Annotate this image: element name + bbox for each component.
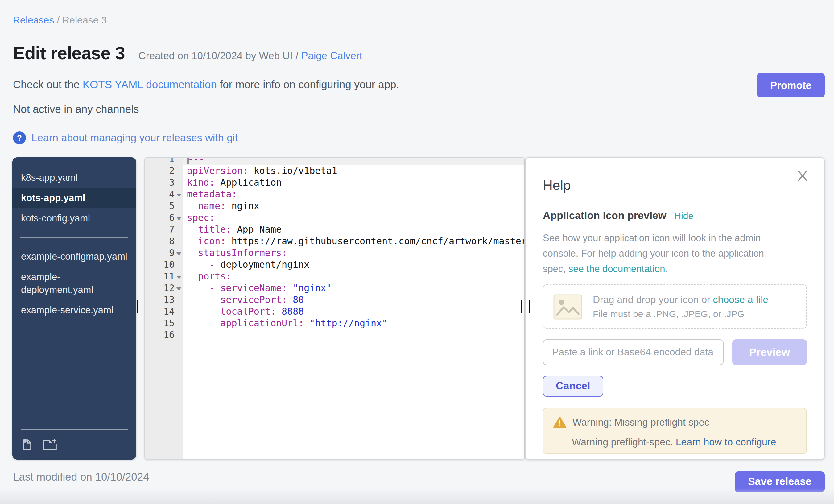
sidebar-file-kots-config.yaml[interactable]: kots-config.yaml bbox=[12, 208, 136, 228]
breadcrumb-current: Release 3 bbox=[62, 15, 107, 25]
new-folder-icon[interactable] bbox=[43, 437, 59, 451]
file-list: k8s-app.yamlkots-app.yamlkots-config.yam… bbox=[12, 157, 136, 320]
code-line-content: icon: https://raw.githubusercontent.com/… bbox=[182, 236, 524, 247]
save-release-button[interactable]: Save release bbox=[735, 471, 825, 492]
icon-url-input[interactable] bbox=[543, 339, 724, 365]
sidebar-file-example-deployment.yaml[interactable]: example-deployment.yaml bbox=[12, 266, 136, 300]
line-number: 2 bbox=[145, 165, 182, 177]
code-line-6[interactable]: 6spec: bbox=[145, 212, 524, 224]
line-number: 13 bbox=[145, 294, 182, 306]
indent-guide bbox=[210, 294, 210, 329]
created-info: Created on 10/10/2024 by Web UI / Paige … bbox=[138, 50, 363, 62]
code-line-content: --- bbox=[182, 157, 524, 165]
line-number: 16 bbox=[145, 329, 182, 341]
code-line-10[interactable]: 10 - deployment/nginx bbox=[145, 259, 524, 271]
icon-dropzone[interactable]: Drag and drop your icon or choose a file… bbox=[543, 284, 807, 329]
kots-yaml-doc-link[interactable]: KOTS YAML documentation bbox=[83, 78, 217, 91]
sidebar-file-example-service.yaml[interactable]: example-service.yaml bbox=[12, 300, 136, 320]
main-area: k8s-app.yamlkots-app.yamlkots-config.yam… bbox=[12, 157, 825, 460]
code-line-content: - deployment/nginx bbox=[182, 259, 524, 271]
code-line-15[interactable]: 15 applicationUrl: "http://nginx" bbox=[145, 318, 524, 329]
code-editor[interactable]: 1---2apiVersion: kots.io/v1beta13kind: A… bbox=[144, 157, 525, 460]
created-author-link[interactable]: Paige Calvert bbox=[301, 50, 363, 61]
line-number: 1 bbox=[145, 157, 182, 165]
fold-icon[interactable] bbox=[176, 287, 181, 293]
breadcrumb-releases-link[interactable]: Releases bbox=[13, 15, 54, 25]
see-documentation-link[interactable]: see the documentation bbox=[568, 263, 665, 274]
code-line-5[interactable]: 5 name: nginx bbox=[145, 200, 524, 212]
new-file-icon[interactable] bbox=[21, 437, 34, 451]
fold-icon[interactable] bbox=[176, 276, 181, 281]
image-placeholder-icon bbox=[553, 294, 582, 319]
git-help-row: ? Learn about managing your releases wit… bbox=[13, 131, 238, 144]
warning-configure-link[interactable]: Learn how to configure bbox=[676, 437, 776, 447]
icon-preview-description: See how your application icon will look … bbox=[543, 230, 785, 276]
code-line-content: spec: bbox=[182, 212, 524, 224]
fold-icon[interactable] bbox=[176, 194, 181, 199]
sidebar-file-k8s-app.yaml[interactable]: k8s-app.yaml bbox=[12, 167, 136, 188]
choose-file-link[interactable]: choose a file bbox=[713, 294, 769, 305]
code-line-content: localPort: 8888 bbox=[182, 306, 524, 318]
code-line-content: statusInformers: bbox=[182, 247, 524, 259]
sidebar-divider bbox=[20, 237, 128, 238]
hide-link[interactable]: Hide bbox=[675, 210, 694, 221]
close-icon[interactable] bbox=[794, 168, 811, 184]
warning-title: Warning: Missing preflight spec bbox=[572, 417, 709, 428]
line-number: 14 bbox=[145, 306, 182, 318]
line-number: 8 bbox=[145, 236, 182, 247]
line-number: 12 bbox=[145, 283, 182, 294]
intro-text: Check out the KOTS YAML documentation fo… bbox=[13, 78, 399, 91]
code-line-13[interactable]: 13 servicePort: 80 bbox=[145, 294, 524, 306]
code-line-content: - serviceName: "nginx" bbox=[182, 283, 524, 294]
sidebar-footer-divider bbox=[21, 429, 128, 430]
sidebar-footer bbox=[12, 429, 136, 460]
code-line-1[interactable]: 1--- bbox=[145, 157, 524, 165]
code-line-9[interactable]: 9 statusInformers: bbox=[145, 247, 524, 259]
code-line-16[interactable]: 16 bbox=[145, 329, 524, 341]
last-modified-text: Last modified on 10/10/2024 bbox=[13, 471, 149, 484]
code-line-2[interactable]: 2apiVersion: kots.io/v1beta1 bbox=[145, 165, 524, 177]
sidebar-resize-handle[interactable] bbox=[137, 301, 145, 313]
fold-icon[interactable] bbox=[176, 217, 181, 223]
code-line-content: metadata: bbox=[182, 189, 524, 200]
warning-icon bbox=[553, 416, 566, 428]
code-line-12[interactable]: 12 - serviceName: "nginx" bbox=[145, 283, 524, 294]
file-sidebar: k8s-app.yamlkots-app.yamlkots-config.yam… bbox=[12, 157, 136, 460]
code-line-content: name: nginx bbox=[182, 200, 524, 212]
intro-after: for more info on configuring your app. bbox=[217, 78, 399, 91]
code-line-content: servicePort: 80 bbox=[182, 294, 524, 306]
question-icon: ? bbox=[13, 131, 26, 144]
fold-icon[interactable] bbox=[176, 252, 181, 258]
git-help-link[interactable]: Learn about managing your releases with … bbox=[31, 132, 238, 144]
promote-button[interactable]: Promote bbox=[757, 73, 825, 97]
line-number: 10 bbox=[145, 259, 182, 271]
code-line-11[interactable]: 11 ports: bbox=[145, 271, 524, 283]
line-number: 15 bbox=[145, 318, 182, 329]
code-line-14[interactable]: 14 localPort: 8888 bbox=[145, 306, 524, 318]
line-number: 4 bbox=[145, 189, 182, 200]
line-number: 9 bbox=[145, 247, 182, 259]
help-panel-title: Help bbox=[543, 178, 807, 194]
channel-status: Not active in any channels bbox=[13, 103, 139, 116]
code-line-7[interactable]: 7 title: App Name bbox=[145, 224, 524, 236]
code-line-content: applicationUrl: "http://nginx" bbox=[182, 318, 524, 329]
cancel-button[interactable]: Cancel bbox=[543, 376, 603, 397]
code-line-4[interactable]: 4metadata: bbox=[145, 189, 524, 200]
line-number: 3 bbox=[145, 177, 182, 189]
preview-button[interactable]: Preview bbox=[732, 339, 807, 365]
sidebar-file-example-configmap.yaml[interactable]: example-configmap.yaml bbox=[12, 246, 136, 266]
breadcrumb: Releases / Release 3 bbox=[13, 15, 107, 26]
code-line-3[interactable]: 3kind: Application bbox=[145, 177, 524, 189]
preflight-warning-box: Warning: Missing preflight spec Warning … bbox=[543, 408, 807, 454]
code-line-content: apiVersion: kots.io/v1beta1 bbox=[182, 165, 524, 177]
panel-resize-handle[interactable] bbox=[521, 301, 530, 313]
line-number: 5 bbox=[145, 200, 182, 212]
release-editor-page: Releases / Release 3 Edit release 3 Crea… bbox=[0, 0, 834, 504]
sidebar-file-kots-app.yaml[interactable]: kots-app.yaml bbox=[12, 188, 136, 208]
intro-before: Check out the bbox=[13, 78, 83, 91]
icon-preview-section-title: Application icon preview bbox=[543, 210, 666, 222]
line-number: 11 bbox=[145, 271, 182, 283]
code-line-8[interactable]: 8 icon: https://raw.githubusercontent.co… bbox=[145, 236, 524, 247]
created-text: Created on 10/10/2024 by Web UI / bbox=[138, 50, 301, 61]
dropzone-text: Drag and drop your icon or bbox=[593, 294, 713, 305]
